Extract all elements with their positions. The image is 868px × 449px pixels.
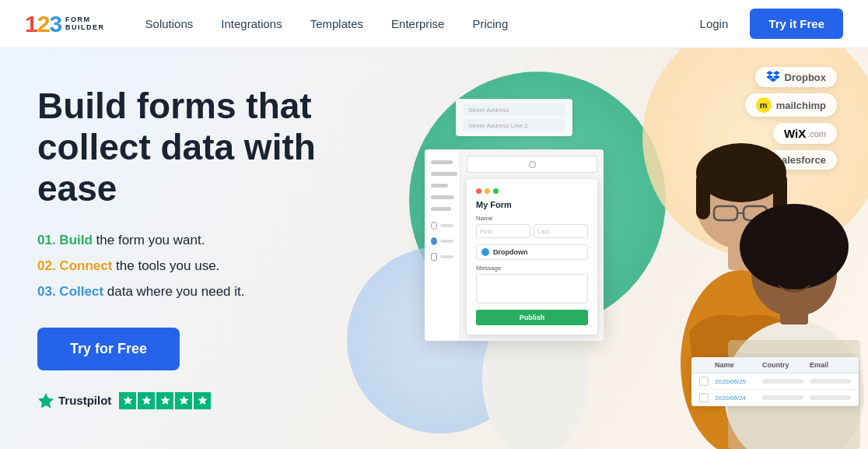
svg-marker-2: [142, 396, 151, 405]
form-publish-button[interactable]: Publish: [476, 310, 588, 325]
table-row-2: 2020/06/24: [691, 390, 859, 406]
nav-solutions[interactable]: Solutions: [133, 11, 206, 37]
step-1: 01. Build the form you want.: [37, 233, 381, 248]
star-3: [156, 392, 173, 409]
trustpilot-stars: [119, 392, 211, 409]
form-mockup: My Form Name First Last Dropdown Message…: [425, 149, 604, 341]
nav-templates[interactable]: Templates: [298, 11, 376, 37]
hero-cta-button[interactable]: Try for Free: [37, 328, 180, 370]
login-button[interactable]: Login: [691, 11, 738, 37]
address-line2: Street Address Line 2: [464, 119, 565, 132]
step-2-rest: the tools you use.: [112, 258, 219, 273]
step-3-rest: data where you need it.: [103, 284, 244, 299]
logo[interactable]: 1 2 3 FORM BUILDER: [25, 11, 105, 37]
star-5: [194, 392, 211, 409]
step-2-num: 02.: [37, 258, 59, 273]
nav-actions: Login Try it Free: [691, 9, 843, 39]
form-textarea[interactable]: [476, 274, 588, 303]
person-woman-afro: [716, 184, 868, 449]
hero-left: Build forms that collect data with ease …: [0, 48, 381, 449]
hero-right: Dropbox m mailchimp WiX.com salesforce: [339, 48, 868, 449]
step-1-rest: the form you want.: [93, 233, 205, 247]
logo-builder-text: BUILDER: [65, 24, 105, 32]
address-fields: Street Address Street Address Line 2: [456, 99, 572, 136]
step-3: 03. Collect data where you need it.: [37, 284, 381, 300]
hero-title-line1: Build forms that: [37, 86, 312, 126]
form-message-label: Message: [476, 265, 588, 272]
nav-integrations[interactable]: Integrations: [208, 11, 294, 37]
logo-num1: 1: [25, 11, 37, 37]
svg-marker-7: [773, 71, 780, 75]
step-2: 02. Connect the tools you use.: [37, 258, 381, 274]
svg-point-33: [740, 204, 849, 289]
col-email-header: Email: [810, 361, 851, 369]
row1-date: 2020/06/25: [715, 378, 756, 385]
step-3-num: 03.: [37, 284, 59, 299]
try-it-free-button[interactable]: Try it Free: [750, 9, 843, 39]
form-last-field[interactable]: Last: [534, 224, 588, 238]
nav-pricing[interactable]: Pricing: [460, 11, 520, 37]
hero-title-line2: collect data with ease: [37, 127, 316, 209]
wix-com: .com: [807, 129, 826, 139]
address-line1: Street Address: [464, 103, 565, 116]
dropbox-label: Dropbox: [785, 72, 826, 83]
step-3-keyword: Collect: [59, 284, 103, 299]
nav-links: Solutions Integrations Templates Enterpr…: [133, 11, 691, 37]
nav-enterprise[interactable]: Enterprise: [379, 11, 457, 37]
trustpilot-label: Trustpilot: [58, 394, 111, 407]
hero-section: Build forms that collect data with ease …: [0, 48, 868, 449]
svg-marker-1: [123, 396, 132, 405]
svg-rect-24: [696, 173, 710, 219]
form-title: My Form: [476, 200, 588, 209]
svg-marker-3: [160, 396, 170, 405]
step-1-num: 01.: [37, 233, 59, 247]
dropbox-badge: Dropbox: [755, 67, 837, 87]
col-country-header: Country: [762, 361, 803, 369]
trustpilot-icon: [37, 392, 54, 409]
svg-marker-5: [198, 396, 207, 405]
row2-date: 2020/06/24: [715, 395, 756, 402]
logo-num2: 2: [37, 11, 50, 37]
data-table: Name Country Email 2020/06/25 2020/06/24: [691, 357, 859, 406]
svg-marker-6: [766, 71, 773, 75]
form-dropdown[interactable]: Dropdown: [476, 244, 588, 260]
svg-marker-4: [179, 396, 188, 405]
trustpilot: Trustpilot: [37, 392, 381, 409]
navbar: 1 2 3 FORM BUILDER Solutions Integration…: [0, 0, 868, 48]
inner-form-card: My Form Name First Last Dropdown Message…: [467, 179, 597, 335]
col-name-header: Name: [715, 361, 756, 369]
table-row-1: 2020/06/25: [691, 374, 859, 390]
form-first-field[interactable]: First: [476, 224, 530, 238]
hero-title: Build forms that collect data with ease: [37, 86, 381, 209]
form-name-label: Name: [476, 215, 588, 222]
step-2-keyword: Connect: [59, 258, 112, 273]
trustpilot-logo: Trustpilot: [37, 392, 111, 409]
svg-marker-0: [38, 393, 54, 409]
logo-num3: 3: [49, 11, 61, 37]
star-2: [138, 392, 155, 409]
star-4: [175, 392, 192, 409]
form-dropdown-label: Dropdown: [493, 248, 528, 256]
star-1: [119, 392, 136, 409]
hero-steps: 01. Build the form you want. 02. Connect…: [37, 233, 381, 300]
dropbox-icon: [766, 71, 780, 83]
table-header-row: Name Country Email: [691, 357, 859, 374]
step-1-keyword: Build: [59, 233, 93, 247]
